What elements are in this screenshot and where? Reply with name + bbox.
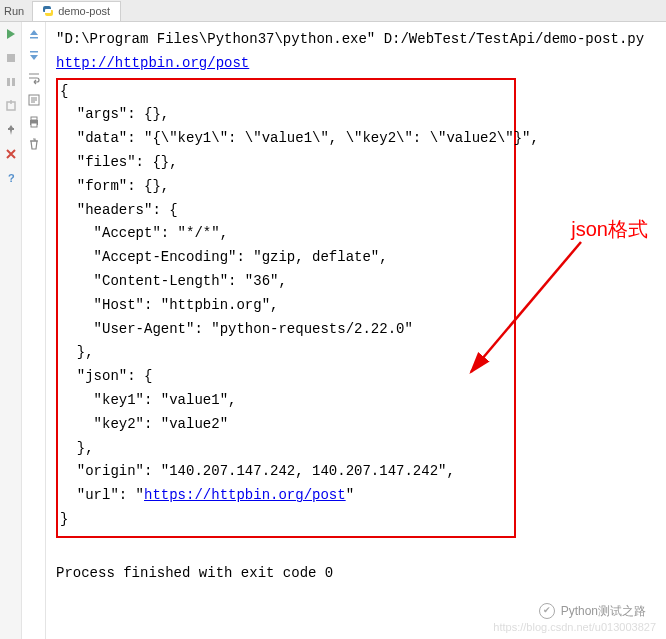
- tab-title: demo-post: [58, 5, 110, 17]
- tab-bar: Run demo-post: [0, 0, 666, 22]
- svg-rect-9: [31, 117, 37, 120]
- annotation-label: json格式: [571, 212, 648, 246]
- stop-icon[interactable]: [3, 50, 19, 66]
- wechat-icon: ✔: [539, 603, 555, 619]
- scroll-up-icon[interactable]: [26, 26, 42, 42]
- pin-icon[interactable]: [3, 122, 19, 138]
- print-icon[interactable]: [26, 114, 42, 130]
- svg-rect-0: [7, 54, 15, 62]
- json-content: { "args": {}, "data": "{\"key1\": \"valu…: [60, 80, 508, 532]
- command-line: "D:\Program Files\Python37\python.exe" D…: [56, 28, 656, 52]
- clear-icon[interactable]: [26, 136, 42, 152]
- json-url-link[interactable]: https://httpbin.org/post: [144, 487, 346, 503]
- svg-rect-6: [30, 51, 38, 53]
- svg-rect-10: [31, 123, 37, 127]
- exit-icon[interactable]: [3, 98, 19, 114]
- console-output[interactable]: "D:\Program Files\Python37\python.exe" D…: [46, 22, 666, 639]
- scroll-to-end-icon[interactable]: [26, 92, 42, 108]
- pause-icon[interactable]: [3, 74, 19, 90]
- exit-message: Process finished with exit code 0: [56, 562, 656, 586]
- printed-url[interactable]: http://httpbin.org/post: [56, 55, 249, 71]
- json-output-box: { "args": {}, "data": "{\"key1\": \"valu…: [56, 78, 516, 538]
- soft-wrap-icon[interactable]: [26, 70, 42, 86]
- run-label: Run: [4, 5, 24, 17]
- close-icon[interactable]: [3, 146, 19, 162]
- svg-rect-2: [12, 78, 15, 86]
- svg-rect-5: [30, 37, 38, 39]
- run-toolbar: ?: [0, 22, 22, 639]
- main-area: ? "D:\Program Files\Python37\python.exe"…: [0, 22, 666, 639]
- scroll-down-icon[interactable]: [26, 48, 42, 64]
- svg-rect-1: [7, 78, 10, 86]
- console-toolbar: [22, 22, 46, 639]
- watermark-url: https://blog.csdn.net/u013003827: [493, 618, 656, 637]
- help-icon[interactable]: ?: [3, 170, 19, 186]
- run-tab[interactable]: demo-post: [32, 1, 121, 21]
- python-icon: [43, 6, 53, 16]
- rerun-icon[interactable]: [3, 26, 19, 42]
- svg-text:?: ?: [8, 172, 15, 184]
